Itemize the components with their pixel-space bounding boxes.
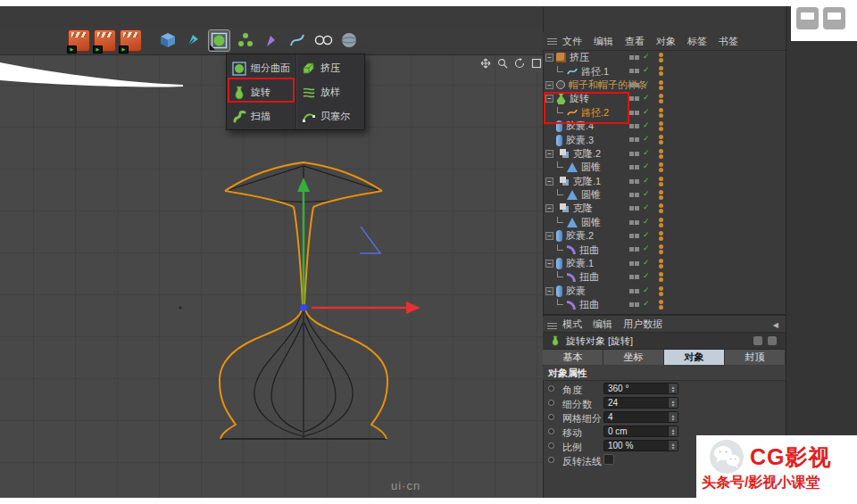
layer-toggle-icon[interactable]	[629, 152, 639, 156]
visibility-dots-icon[interactable]	[659, 66, 663, 77]
enabled-check-icon[interactable]: ✓	[643, 202, 650, 211]
expander-icon[interactable]: −	[545, 178, 553, 186]
visibility-dots-icon[interactable]	[659, 300, 663, 310]
layer-toggle-icon[interactable]	[629, 179, 639, 184]
visibility-dots-icon[interactable]	[659, 94, 663, 104]
menu-userdata[interactable]: 用户数据	[623, 318, 662, 331]
visibility-dots-icon[interactable]	[659, 149, 663, 160]
expander-icon[interactable]: −	[545, 81, 553, 89]
menu-icon[interactable]	[547, 323, 557, 329]
visibility-dots-icon[interactable]	[659, 272, 663, 283]
subdivision-surface-icon[interactable]	[208, 29, 230, 52]
tree-row-cone[interactable]: 圆锥 ✓	[543, 216, 786, 229]
visibility-dots-icon[interactable]	[659, 108, 663, 119]
enabled-check-icon[interactable]: ✓	[643, 176, 650, 185]
menu-object[interactable]: 对象	[656, 35, 676, 48]
layer-toggle-icon[interactable]	[629, 261, 639, 266]
menu-edit[interactable]: 编辑	[593, 318, 612, 331]
menu-item-bezier[interactable]: 贝塞尔	[296, 104, 364, 128]
visibility-dots-icon[interactable]	[659, 286, 663, 297]
enabled-check-icon[interactable]: ✓	[643, 230, 650, 239]
tree-row-cone[interactable]: 圆锥 ✓	[543, 161, 786, 174]
tab-object[interactable]: 对象	[664, 350, 725, 365]
enabled-check-icon[interactable]: ✓	[643, 52, 650, 61]
menu-edit[interactable]: 编辑	[594, 35, 613, 48]
angle-field[interactable]: 360 ° ▲▼	[603, 383, 678, 394]
flip-normals-checkbox[interactable]	[603, 454, 614, 465]
layer-toggle-icon[interactable]	[629, 206, 639, 211]
keyframe-dot-icon[interactable]	[548, 400, 554, 406]
layer-toggle-icon[interactable]	[629, 302, 639, 307]
gizmo-origin-handle[interactable]	[300, 304, 307, 311]
cube-icon[interactable]	[156, 29, 179, 52]
layer-toggle-icon[interactable]	[629, 96, 639, 101]
visibility-dots-icon[interactable]	[659, 80, 663, 91]
visibility-dots-icon[interactable]	[659, 135, 663, 145]
tree-row-cone[interactable]: 圆锥 ✓	[543, 188, 786, 202]
expander-icon[interactable]: −	[545, 204, 553, 212]
enabled-check-icon[interactable]: ✓	[643, 134, 650, 143]
visibility-dots-icon[interactable]	[659, 231, 663, 242]
enabled-check-icon[interactable]: ✓	[643, 93, 650, 102]
enabled-check-icon[interactable]: ✓	[643, 285, 650, 294]
tree-row-lathe[interactable]: − 旋转 ✓	[543, 92, 786, 105]
tree-row-capsule[interactable]: − 胶囊 ✓	[543, 285, 786, 298]
zoom-icon[interactable]	[497, 58, 508, 69]
spline-pen-icon[interactable]	[260, 29, 282, 52]
layer-toggle-icon[interactable]	[629, 124, 639, 128]
menu-item-loft[interactable]: 放样	[296, 80, 364, 104]
spline-arc-icon[interactable]	[286, 29, 308, 52]
expander-icon[interactable]: −	[545, 287, 553, 295]
tree-row-bend[interactable]: 扭曲 ✓	[543, 298, 786, 311]
tree-row-clone[interactable]: − 克隆 ✓	[543, 202, 786, 215]
menu-item-sweep[interactable]: 扫描	[227, 104, 295, 128]
visibility-dots-icon[interactable]	[659, 203, 663, 214]
tree-row-capsule3[interactable]: 胶囊.3 ✓	[543, 133, 786, 146]
enabled-check-icon[interactable]: ✓	[643, 79, 650, 88]
menu-mode[interactable]: 模式	[562, 318, 582, 331]
history-icon[interactable]	[753, 336, 762, 345]
spinner-icon[interactable]: ▲▼	[668, 441, 678, 450]
keyframe-dot-icon[interactable]	[548, 385, 554, 392]
lock-icon[interactable]	[768, 336, 777, 345]
enabled-check-icon[interactable]: ✓	[643, 271, 650, 280]
scaling-field[interactable]: 100 % ▲▼	[603, 440, 678, 451]
tree-row-bend[interactable]: 扭曲 ✓	[543, 243, 786, 256]
layer-toggle-icon[interactable]	[629, 55, 639, 60]
tree-row-clone1[interactable]: − 克隆.1 ✓	[543, 175, 786, 188]
keyframe-dot-icon[interactable]	[548, 457, 554, 463]
visibility-dots-icon[interactable]	[659, 53, 663, 63]
layer-toggle-icon[interactable]	[629, 137, 639, 142]
spinner-icon[interactable]: ▲▼	[668, 398, 678, 408]
tree-row-capsule1[interactable]: − 胶囊.1 ✓	[543, 257, 786, 270]
tab-basic[interactable]: 基本	[543, 350, 603, 365]
tree-row-capsule4[interactable]: 胶囊.4 ✓	[543, 120, 786, 133]
movement-field[interactable]: 0 cm ▲▼	[603, 426, 678, 437]
tree-row-clone2[interactable]: − 克隆.2 ✓	[543, 147, 786, 161]
render-icon-2[interactable]: ▶	[94, 29, 116, 52]
visibility-dots-icon[interactable]	[659, 177, 663, 187]
enabled-check-icon[interactable]: ✓	[643, 258, 650, 267]
keyframe-dot-icon[interactable]	[548, 414, 554, 420]
tree-row-path1[interactable]: 路径.1 ✓	[543, 64, 786, 78]
keyframe-dot-icon[interactable]	[548, 442, 554, 449]
layer-toggle-icon[interactable]	[629, 111, 639, 115]
enabled-check-icon[interactable]: ✓	[643, 161, 650, 170]
layer-toggle-icon[interactable]	[629, 289, 639, 293]
menu-bookmarks[interactable]: 书签	[719, 35, 738, 48]
spinner-icon[interactable]: ▲▼	[668, 412, 678, 422]
enabled-check-icon[interactable]: ✓	[643, 299, 650, 308]
layer-toggle-icon[interactable]	[629, 193, 639, 197]
enabled-check-icon[interactable]: ✓	[643, 217, 650, 226]
layer-toggle-icon[interactable]	[629, 69, 639, 73]
tree-row-path2[interactable]: 路径.2 ✓	[543, 106, 786, 120]
maximize-icon[interactable]	[531, 58, 542, 69]
layer-toggle-icon[interactable]	[629, 165, 639, 169]
expander-icon[interactable]: −	[545, 150, 553, 158]
visibility-dots-icon[interactable]	[659, 121, 663, 132]
spinner-icon[interactable]: ▲▼	[668, 384, 678, 393]
enabled-check-icon[interactable]: ✓	[643, 65, 650, 74]
sphere-icon[interactable]	[337, 29, 360, 52]
enabled-check-icon[interactable]: ✓	[643, 107, 650, 116]
expander-icon[interactable]: −	[545, 54, 553, 62]
